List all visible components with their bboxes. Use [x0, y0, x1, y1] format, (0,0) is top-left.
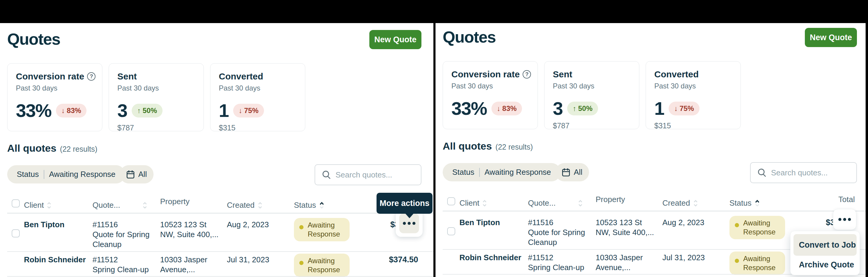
client-name: Ben Tipton — [460, 218, 500, 227]
stat-secondary-value: $787 — [553, 121, 631, 130]
column-label: Quote... — [528, 198, 556, 208]
total-cell: $3 — [368, 220, 399, 230]
status-filter-label: Status — [452, 168, 474, 177]
stat-value: 33% — [452, 99, 487, 118]
stat-title: Conversion rate — [16, 71, 84, 82]
property-cell: 10303 Jasper Avenue,... — [596, 253, 643, 273]
status-badge: Awaiting Response — [294, 218, 350, 241]
stat-title: Converted — [654, 69, 699, 79]
quote-cell: #11516 Quote for Spring Cleanup — [92, 220, 150, 249]
status-badge-label: Awaiting Response — [743, 219, 776, 237]
column-header-created[interactable]: Created — [662, 198, 698, 208]
screenshot-stage: Quotes New Quote Conversion rate ? Past … — [0, 0, 868, 277]
sort-icon — [258, 201, 262, 210]
total-cell: $374.50 — [368, 255, 418, 265]
delta-value: 83% — [67, 106, 81, 115]
help-icon[interactable]: ? — [523, 70, 531, 79]
column-header-created[interactable]: Created — [227, 200, 262, 210]
stat-period: Past 30 days — [16, 84, 94, 92]
delta-badge: ↓75% — [669, 102, 699, 115]
column-header-client[interactable]: Client — [460, 198, 487, 208]
page-title: Quotes — [443, 28, 496, 46]
property-line: 10303 Jasper — [596, 253, 643, 262]
status-line: Awaiting — [743, 219, 776, 227]
status-line: Awaiting — [743, 254, 776, 263]
stat-period: Past 30 days — [117, 84, 195, 92]
search-box[interactable] — [315, 164, 422, 185]
property-line: 10523 123 St — [160, 220, 218, 230]
status-filter-pill[interactable]: Status Awaiting Response — [443, 163, 561, 182]
results-count: (22 results) — [495, 143, 533, 151]
column-header-property[interactable]: Property — [160, 197, 189, 206]
date-filter-value: All — [138, 170, 147, 179]
stat-title: Sent — [117, 71, 137, 82]
more-actions-button[interactable] — [833, 209, 856, 230]
stat-card-conversion-rate: Conversion rate ? Past 30 days 33% ↓83% — [443, 61, 538, 129]
stat-card-sent: Sent Past 30 days 3 ↑50% $787 — [544, 61, 639, 129]
column-header-quote[interactable]: Quote... — [528, 198, 583, 208]
quote-cell: #11512 Spring Clean-up — [528, 253, 584, 273]
delta-value: 83% — [502, 104, 517, 113]
property-line: 10523 123 St — [596, 218, 654, 227]
status-badge-label: Awaiting Response — [743, 254, 776, 272]
column-header-total[interactable]: Total — [838, 195, 855, 204]
arrow-up-icon: ↑ — [137, 106, 141, 115]
row-checkbox[interactable] — [447, 227, 455, 235]
select-all-checkbox[interactable] — [447, 197, 455, 205]
date-filter-pill[interactable]: All — [555, 163, 589, 182]
search-icon — [757, 168, 767, 177]
status-line: Response — [743, 263, 776, 272]
status-filter-value: Awaiting Response — [485, 168, 551, 177]
arrow-up-icon: ↑ — [572, 104, 576, 113]
column-header-client[interactable]: Client — [24, 200, 52, 210]
new-quote-button[interactable]: New Quote — [805, 28, 857, 47]
menu-item-convert-to-job[interactable]: Convert to Job — [794, 234, 857, 256]
sort-ascending-icon — [319, 201, 324, 210]
quote-number: #11516 — [528, 218, 585, 227]
column-label: Quote... — [92, 200, 120, 210]
status-badge-label: Awaiting Response — [308, 221, 340, 239]
delta-value: 50% — [578, 104, 592, 113]
stat-card-converted: Converted Past 30 days 1 ↓75% $315 — [210, 63, 305, 131]
delta-value: 75% — [244, 106, 258, 115]
stat-title: Conversion rate — [452, 69, 520, 79]
column-label: Client — [460, 198, 479, 208]
property-line: Avenue,... — [160, 265, 208, 275]
sort-icon — [143, 201, 147, 210]
help-icon[interactable]: ? — [87, 72, 95, 81]
quote-title-line: Quote for Spring — [528, 227, 585, 238]
select-all-checkbox[interactable] — [12, 199, 20, 207]
new-quote-button[interactable]: New Quote — [369, 30, 422, 49]
column-header-status[interactable]: Status — [294, 200, 324, 210]
row-divider — [7, 251, 433, 252]
sort-icon — [693, 199, 698, 207]
quote-title-line: Cleanup — [92, 240, 150, 249]
row-checkbox[interactable] — [12, 229, 20, 238]
pill-separator — [44, 170, 44, 179]
status-badge: Awaiting Response — [294, 254, 350, 277]
delta-value: 50% — [143, 106, 157, 115]
quote-cell: #11512 Spring Clean-up — [92, 255, 149, 275]
search-box[interactable] — [750, 162, 857, 183]
status-filter-pill[interactable]: Status Awaiting Response — [7, 165, 125, 184]
sort-icon — [47, 201, 52, 210]
stat-cards: Conversion rate ? Past 30 days 33% ↓83% … — [7, 63, 305, 131]
sort-ascending-icon — [754, 199, 760, 207]
property-line: 10303 Jasper — [160, 255, 208, 265]
column-header-quote[interactable]: Quote... — [92, 200, 147, 210]
tooltip-caret — [405, 213, 414, 218]
row-divider — [7, 276, 433, 277]
date-filter-pill[interactable]: All — [120, 165, 154, 184]
property-cell: 10303 Jasper Avenue,... — [160, 255, 208, 275]
delta-value: 75% — [679, 104, 694, 113]
search-input[interactable] — [771, 168, 852, 177]
column-header-status[interactable]: Status — [730, 198, 760, 208]
client-name: Robin Schneider — [24, 255, 86, 265]
column-label: Property — [596, 195, 625, 204]
created-cell: Aug 2, 2023 — [227, 220, 269, 230]
client-name: Robin Schneider — [460, 253, 521, 262]
search-input[interactable] — [336, 170, 416, 179]
column-header-property[interactable]: Property — [596, 195, 625, 204]
menu-item-archive-quote[interactable]: Archive Quote — [794, 256, 857, 273]
sort-icon — [482, 199, 487, 207]
